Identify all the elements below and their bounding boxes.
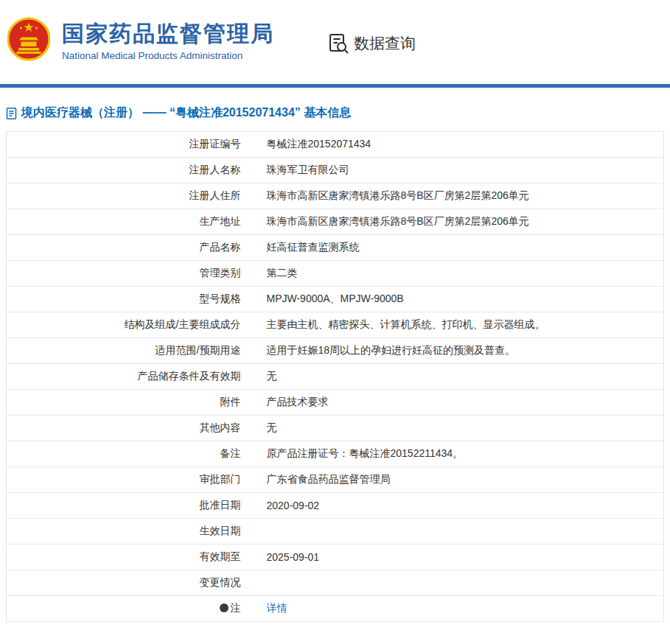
row-label: 变更情况 (7, 570, 257, 596)
table-row: 型号规格MPJW-9000A、MPJW-9000B (7, 287, 664, 312)
row-value: 珠海市高新区唐家湾镇港乐路8号B区厂房第2层第206单元 (257, 183, 664, 209)
row-label: 管理类别 (7, 261, 257, 287)
table-row: 注册人名称珠海军卫有限公司 (7, 158, 664, 183)
data-query-label: 数据查询 (354, 33, 416, 54)
row-label-text: 生产地址 (200, 215, 241, 227)
row-value: 详情 (257, 596, 664, 622)
site-title-cn: 国家药品监督管理局 (62, 21, 274, 47)
table-row: 管理类别第二类 (7, 261, 664, 287)
row-label: 附件 (7, 390, 257, 416)
row-label-text: 注 (231, 602, 241, 614)
table-row: 批准日期2020-09-02 (7, 493, 664, 519)
row-label-text: 批准日期 (200, 499, 241, 511)
table-row: 适用范围/预期用途适用于妊娠18周以上的孕妇进行妊高征的预测及普查。 (7, 338, 664, 364)
row-value: 第二类 (257, 261, 664, 287)
row-label: 产品名称 (7, 235, 257, 261)
table-row: 产品储存条件及有效期无 (7, 364, 664, 390)
row-label-text: 结构及组成/主要组成成分 (125, 318, 241, 330)
registration-info-table: 注册证编号粤械注准20152071434注册人名称珠海军卫有限公司注册人住所珠海… (6, 131, 664, 622)
row-value: 原产品注册证号：粤械注准20152211434。 (257, 441, 664, 467)
table-row: 结构及组成/主要组成成分主要由主机、精密探头、计算机系统、打印机、显示器组成。 (7, 312, 664, 338)
row-value: 广东省食品药品监督管理局 (257, 467, 664, 493)
row-label-text: 注册证编号 (189, 138, 241, 150)
header-divider (0, 84, 670, 88)
row-label: 适用范围/预期用途 (7, 338, 257, 364)
table-row: 注册证编号粤械注准20152071434 (7, 132, 664, 158)
note-circle-icon (220, 603, 228, 612)
row-label-text: 审批部门 (200, 473, 241, 485)
row-value: 珠海军卫有限公司 (257, 158, 664, 183)
row-value: 主要由主机、精密探头、计算机系统、打印机、显示器组成。 (257, 312, 664, 338)
row-label-text: 型号规格 (200, 293, 241, 304)
row-label: 注册证编号 (7, 132, 257, 158)
row-label-text: 生效日期 (200, 525, 241, 536)
row-label: 其他内容 (7, 416, 257, 441)
row-value: 产品技术要求 (257, 390, 664, 416)
detail-link[interactable]: 详情 (267, 602, 287, 614)
data-query-icon (327, 32, 351, 55)
row-label-text: 备注 (220, 447, 241, 459)
row-label: 审批部门 (7, 467, 257, 493)
row-label-text: 有效期至 (200, 550, 241, 562)
table-row: 生效日期 (7, 519, 664, 545)
row-label-text: 其他内容 (200, 421, 241, 433)
row-label-text: 附件 (220, 396, 241, 407)
document-icon (6, 107, 17, 120)
table-row: 附件产品技术要求 (7, 390, 664, 416)
table-row: 备注原产品注册证号：粤械注准20152211434。 (7, 441, 664, 467)
page-title: 境内医疗器械（注册） —— “粤械注准20152071434” 基本信息 (6, 105, 664, 121)
row-value: 2025-09-01 (257, 545, 664, 570)
table-row: 产品名称妊高征普查监测系统 (7, 235, 664, 261)
row-value: 无 (257, 364, 664, 390)
data-query-nav[interactable]: 数据查询 (327, 32, 416, 55)
row-label: 产品储存条件及有效期 (7, 364, 257, 390)
row-label: 生效日期 (7, 519, 257, 545)
row-label: 注册人名称 (7, 158, 257, 183)
table-row: 注册人住所珠海市高新区唐家湾镇港乐路8号B区厂房第2层第206单元 (7, 183, 664, 209)
row-label: 生产地址 (7, 209, 257, 235)
national-emblem-logo (7, 15, 50, 67)
site-brand: 国家药品监督管理局 National Medical Products Admi… (62, 21, 274, 62)
row-value: 适用于妊娠18周以上的孕妇进行妊高征的预测及普查。 (257, 338, 664, 364)
row-value: MPJW-9000A、MPJW-9000B (257, 287, 664, 312)
row-label: 型号规格 (7, 287, 257, 312)
row-label-text: 注册人名称 (189, 164, 241, 175)
table-row: 有效期至2025-09-01 (7, 545, 664, 570)
table-row: 变更情况 (7, 570, 664, 596)
row-value: 2020-09-02 (257, 493, 664, 519)
row-label-text: 产品名称 (200, 241, 241, 253)
row-label-text: 管理类别 (200, 267, 241, 279)
site-title-en: National Medical Products Administration (62, 50, 274, 61)
table-row: 其他内容无 (7, 416, 664, 441)
row-value (257, 570, 664, 596)
table-row: 注详情 (7, 596, 664, 622)
row-value: 妊高征普查监测系统 (257, 235, 664, 261)
row-value: 珠海市高新区唐家湾镇港乐路8号B区厂房第2层第206单元 (257, 209, 664, 235)
row-value (257, 519, 664, 545)
row-label: 有效期至 (7, 545, 257, 570)
row-label-text: 变更情况 (200, 576, 241, 588)
row-label-text: 适用范围/预期用途 (156, 344, 241, 356)
row-value: 粤械注准20152071434 (257, 132, 664, 158)
site-header: 国家药品监督管理局 National Medical Products Admi… (0, 0, 670, 84)
table-row: 审批部门广东省食品药品监督管理局 (7, 467, 664, 493)
table-row: 生产地址珠海市高新区唐家湾镇港乐路8号B区厂房第2层第206单元 (7, 209, 664, 235)
row-value: 无 (257, 416, 664, 441)
row-label: 结构及组成/主要组成成分 (7, 312, 257, 338)
row-label: 注 (7, 596, 257, 622)
row-label-text: 产品储存条件及有效期 (138, 370, 241, 382)
info-table-body: 注册证编号粤械注准20152071434注册人名称珠海军卫有限公司注册人住所珠海… (7, 132, 664, 622)
row-label-text: 注册人住所 (189, 189, 241, 201)
page-title-text: 境内医疗器械（注册） —— “粤械注准20152071434” 基本信息 (21, 105, 351, 121)
row-label: 批准日期 (7, 493, 257, 519)
row-label: 备注 (7, 441, 257, 467)
row-label: 注册人住所 (7, 183, 257, 209)
